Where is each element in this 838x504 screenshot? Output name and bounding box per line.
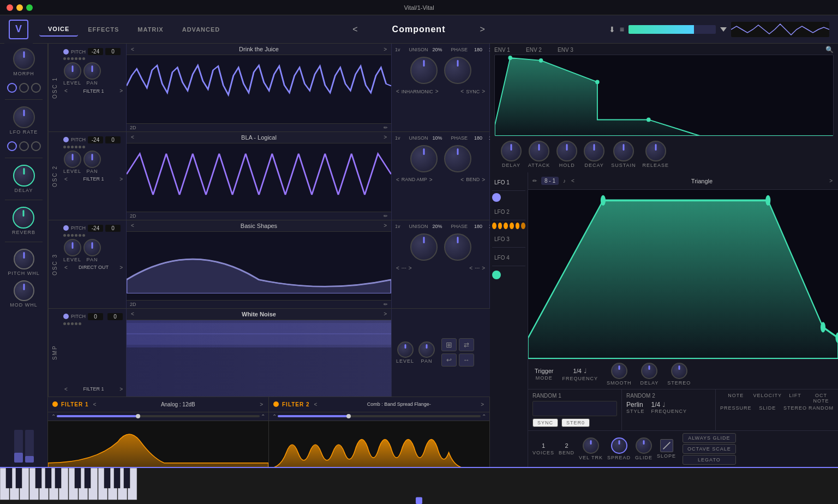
lfo2-dot-2[interactable] bbox=[498, 223, 502, 229]
osc1-unison-knob[interactable] bbox=[410, 57, 438, 84]
lfo2-dot-6[interactable] bbox=[521, 223, 525, 229]
osc1-edit-icon[interactable]: ✏ bbox=[384, 125, 388, 130]
lfo-delay-knob[interactable] bbox=[641, 363, 657, 379]
osc2-wave-next[interactable]: > bbox=[382, 134, 388, 140]
osc3-sync-next[interactable]: > bbox=[481, 265, 486, 271]
lfo-smooth-knob[interactable] bbox=[611, 363, 627, 379]
lfo1-tune-icon[interactable]: ♪ bbox=[563, 178, 566, 184]
filter2-next[interactable]: > bbox=[480, 401, 485, 407]
osc3-pitch-right[interactable]: 0 bbox=[105, 225, 121, 232]
osc1-pitch-right[interactable]: 0 bbox=[105, 48, 121, 55]
env-search-icon[interactable]: 🔍 bbox=[825, 46, 834, 53]
lfo2-dot-4[interactable] bbox=[510, 223, 514, 229]
osc3-edit-icon[interactable]: ✏ bbox=[384, 302, 388, 307]
save-icon[interactable]: ⬇ bbox=[609, 25, 615, 34]
lfo1-color-dot[interactable] bbox=[492, 193, 501, 202]
minimize-button[interactable] bbox=[16, 4, 23, 11]
env-sustain-knob[interactable] bbox=[613, 141, 634, 161]
smp-pan-knob[interactable] bbox=[418, 341, 435, 358]
env-release-knob[interactable] bbox=[645, 141, 666, 161]
osc1-power[interactable] bbox=[63, 49, 69, 55]
random1-stereo-btn[interactable]: STER0 bbox=[561, 418, 590, 427]
osc2-filter-prev[interactable]: < bbox=[63, 176, 69, 182]
osc3-level-knob[interactable] bbox=[64, 239, 81, 256]
osc1-mod-prev[interactable]: < bbox=[395, 88, 400, 94]
osc3-mod-next[interactable]: > bbox=[408, 265, 413, 271]
smp-power[interactable] bbox=[63, 314, 69, 319]
osc2-sync-prev[interactable]: < bbox=[459, 177, 465, 183]
osc2-mod-prev[interactable]: < bbox=[395, 177, 400, 183]
lfo-rate-knob[interactable] bbox=[13, 106, 35, 128]
maximize-button[interactable] bbox=[26, 4, 33, 11]
smp-pitch-left[interactable]: 0 bbox=[88, 313, 103, 320]
lfo-circle-1[interactable] bbox=[7, 141, 17, 151]
filter1-next[interactable]: > bbox=[259, 401, 264, 407]
slider-2[interactable] bbox=[25, 430, 34, 463]
osc2-wave-prev[interactable]: < bbox=[130, 134, 135, 140]
env-attack-knob[interactable] bbox=[529, 141, 549, 161]
pitch-whl-knob[interactable] bbox=[14, 249, 34, 269]
morph-knob[interactable] bbox=[13, 48, 35, 70]
osc1-sync-prev[interactable]: < bbox=[459, 88, 465, 94]
slider-1[interactable] bbox=[14, 430, 23, 463]
filter2-cutoff-slider[interactable] bbox=[278, 415, 481, 417]
mod-whl-knob[interactable] bbox=[14, 280, 34, 301]
close-button[interactable] bbox=[7, 4, 13, 11]
env-decay-knob[interactable] bbox=[584, 141, 604, 161]
osc1-filter-prev[interactable]: < bbox=[63, 88, 69, 94]
osc1-mod-next[interactable]: > bbox=[434, 88, 440, 94]
env-delay-knob[interactable] bbox=[501, 141, 522, 161]
lfo-circle-2[interactable] bbox=[19, 141, 29, 151]
osc1-sync-next[interactable]: > bbox=[481, 88, 486, 94]
osc1-phase-knob[interactable] bbox=[444, 57, 471, 84]
lfo-circle-3[interactable] bbox=[31, 141, 41, 151]
glide-knob[interactable] bbox=[636, 437, 652, 454]
osc-circle-3[interactable] bbox=[31, 83, 41, 93]
smp-save-icon[interactable]: ⊞ bbox=[441, 338, 457, 351]
always-glide-btn[interactable]: ALWAYS GLIDE bbox=[683, 433, 736, 443]
legato-btn[interactable]: LEGATO bbox=[683, 455, 736, 465]
osc2-sync-next[interactable]: > bbox=[481, 177, 486, 183]
lfo1-shape-next[interactable]: > bbox=[828, 178, 834, 184]
osc1-wave-next[interactable]: > bbox=[382, 46, 388, 52]
random1-sync-btn[interactable]: SYNC bbox=[532, 418, 558, 427]
filter1-cutoff-slider[interactable] bbox=[57, 415, 260, 417]
lfo1-shape-prev[interactable]: < bbox=[570, 178, 576, 184]
osc3-wave-next[interactable]: > bbox=[382, 223, 388, 229]
smp-filter-prev[interactable]: < bbox=[63, 386, 69, 392]
tab-effects[interactable]: EFFECTS bbox=[79, 22, 128, 37]
lfo2-dot-1[interactable] bbox=[492, 223, 496, 229]
tab-matrix[interactable]: MATRIX bbox=[129, 22, 172, 37]
osc2-edit-icon[interactable]: ✏ bbox=[384, 213, 388, 219]
osc3-wave-prev[interactable]: < bbox=[130, 223, 135, 229]
smp-shuffle-icon[interactable]: ⇄ bbox=[459, 338, 474, 351]
osc3-unison-knob[interactable] bbox=[410, 233, 438, 261]
preset-next[interactable]: > bbox=[480, 25, 485, 34]
osc1-level-knob[interactable] bbox=[64, 62, 81, 80]
smp-wave-next[interactable]: > bbox=[382, 311, 388, 317]
lfo2-dot-5[interactable] bbox=[516, 223, 520, 229]
octave-scale-btn[interactable]: OCTAVE SCALE bbox=[683, 444, 736, 454]
osc3-pitch-val[interactable]: -24 bbox=[88, 225, 103, 232]
osc-circle-1[interactable] bbox=[7, 83, 17, 93]
spread-knob[interactable] bbox=[611, 437, 627, 454]
osc3-filter-next[interactable]: > bbox=[118, 265, 124, 271]
osc3-mod-prev[interactable]: < bbox=[395, 265, 400, 271]
master-volume-bar[interactable] bbox=[628, 25, 716, 34]
osc2-unison-knob[interactable] bbox=[410, 145, 438, 172]
smp-stretch-icon[interactable]: ↔ bbox=[459, 353, 474, 367]
osc3-pan-knob[interactable] bbox=[83, 239, 101, 256]
osc1-wave-prev[interactable]: < bbox=[130, 46, 135, 52]
osc3-phase-knob[interactable] bbox=[444, 233, 471, 261]
env-hold-knob[interactable] bbox=[556, 141, 577, 161]
delay-knob[interactable] bbox=[13, 165, 35, 187]
lfo-stereo-knob[interactable] bbox=[671, 363, 687, 379]
osc3-sync-prev[interactable]: < bbox=[468, 265, 474, 271]
osc3-filter-prev[interactable]: < bbox=[63, 265, 69, 271]
smp-wave-prev[interactable]: < bbox=[130, 311, 135, 317]
osc2-pan-knob[interactable] bbox=[83, 151, 101, 168]
osc2-pitch-val[interactable]: -24 bbox=[88, 136, 103, 143]
menu-icon[interactable]: ≡ bbox=[620, 25, 624, 34]
reverb-knob[interactable] bbox=[13, 207, 34, 229]
osc1-pitch-val[interactable]: -24 bbox=[88, 48, 103, 55]
